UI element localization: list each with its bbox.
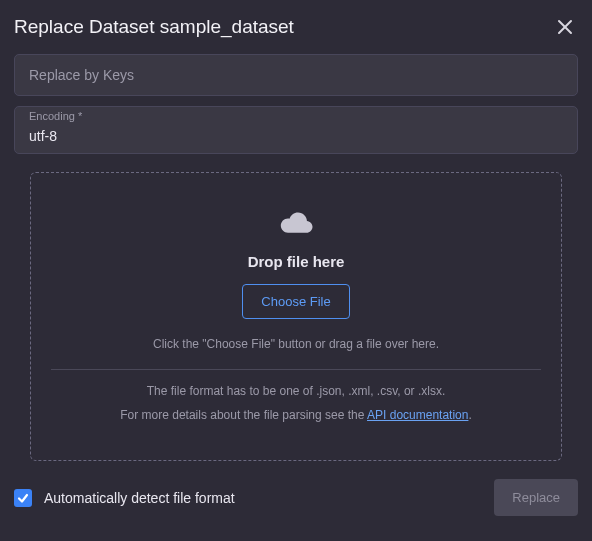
details-suffix: . xyxy=(468,408,471,422)
replace-dataset-dialog: Replace Dataset sample_dataset Encoding … xyxy=(0,0,592,541)
auto-detect-label: Automatically detect file format xyxy=(44,490,235,506)
details-note: For more details about the file parsing … xyxy=(51,408,541,422)
dropzone-hint: Click the "Choose File" button or drag a… xyxy=(51,337,541,351)
cloud-upload-icon xyxy=(278,211,314,237)
check-icon xyxy=(17,492,29,504)
replace-by-keys-field xyxy=(14,54,578,96)
close-icon xyxy=(556,18,574,36)
dropzone-divider xyxy=(51,369,541,370)
dropzone-title: Drop file here xyxy=(51,253,541,270)
format-note: The file format has to be one of .json, … xyxy=(51,384,541,398)
replace-by-keys-input[interactable] xyxy=(14,54,578,96)
dialog-title: Replace Dataset sample_dataset xyxy=(14,16,294,38)
auto-detect-wrap: Automatically detect file format xyxy=(14,489,235,507)
encoding-field: Encoding * xyxy=(14,106,578,154)
file-dropzone[interactable]: Drop file here Choose File Click the "Ch… xyxy=(30,172,562,461)
details-prefix: For more details about the file parsing … xyxy=(120,408,367,422)
dialog-footer: Automatically detect file format Replace xyxy=(14,461,578,516)
api-documentation-link[interactable]: API documentation xyxy=(367,408,468,422)
choose-file-button[interactable]: Choose File xyxy=(242,284,349,319)
encoding-input[interactable] xyxy=(14,106,578,154)
upload-icon-row xyxy=(51,211,541,237)
replace-button[interactable]: Replace xyxy=(494,479,578,516)
close-button[interactable] xyxy=(552,14,578,40)
auto-detect-checkbox[interactable] xyxy=(14,489,32,507)
dialog-header: Replace Dataset sample_dataset xyxy=(14,14,578,40)
